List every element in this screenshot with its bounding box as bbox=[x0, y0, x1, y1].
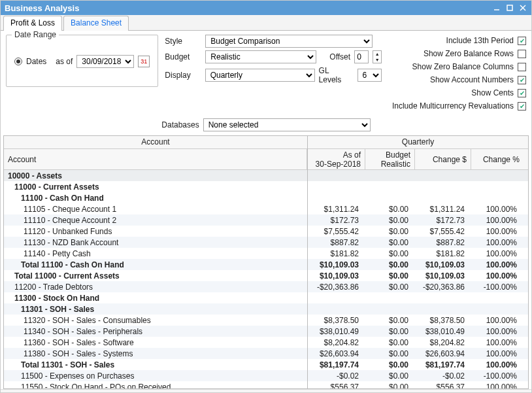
maximize-icon[interactable] bbox=[505, 3, 514, 12]
table-row[interactable]: $172.73$0.00$172.73100.00% bbox=[308, 214, 528, 226]
table-row[interactable]: 11380 - SOH - Sales - Systems bbox=[4, 348, 307, 359]
table-row[interactable]: $556.37$0.00$556.37100.00% bbox=[308, 381, 528, 389]
table-row[interactable]: -$0.02$0.00-$0.02-100.00% bbox=[308, 370, 528, 381]
table-row[interactable]: 11120 - Unbanked Funds bbox=[4, 226, 307, 237]
close-icon[interactable] bbox=[518, 3, 527, 12]
value-cell: $10,109.03 bbox=[415, 271, 471, 281]
minimize-icon[interactable] bbox=[492, 3, 501, 12]
table-row[interactable]: $887.82$0.00$887.82100.00% bbox=[308, 237, 528, 248]
offset-input[interactable] bbox=[354, 50, 369, 63]
col-header-account[interactable]: Account bbox=[4, 149, 307, 169]
databases-select[interactable]: None selected bbox=[203, 118, 371, 131]
col-header-asof[interactable]: As of30-Sep-2018 bbox=[308, 149, 365, 169]
value-cell: $10,109.03 bbox=[308, 271, 365, 281]
opt-13th-check[interactable]: ✔ bbox=[518, 37, 526, 45]
table-row[interactable]: $38,010.49$0.00$38,010.49100.00% bbox=[308, 326, 528, 337]
table-row[interactable]: 11200 - Trade Debtors bbox=[4, 281, 307, 292]
account-cell: 11300 - Stock On Hand bbox=[4, 294, 307, 303]
opt-zero-cols-check[interactable] bbox=[518, 63, 526, 71]
account-cell: 11200 - Trade Debtors bbox=[4, 282, 307, 292]
date-select[interactable]: 30/09/2018 bbox=[76, 55, 134, 68]
value-cell: $0.00 bbox=[365, 227, 415, 236]
calendar-icon[interactable]: 31 bbox=[138, 56, 150, 67]
table-row[interactable]: Total 11301 - SOH - Sales bbox=[4, 359, 307, 370]
gl-levels-label: GL Levels bbox=[319, 66, 354, 84]
display-select[interactable]: Quarterly bbox=[205, 69, 315, 82]
table-row[interactable]: $10,109.03$0.00$10,109.03100.00% bbox=[308, 270, 528, 281]
table-row[interactable]: 11320 - SOH - Sales - Consumables bbox=[4, 315, 307, 326]
table-row[interactable]: -$20,363.86$0.00-$20,363.86-100.00% bbox=[308, 281, 528, 292]
table-row[interactable]: 11140 - Petty Cash bbox=[4, 248, 307, 259]
value-cell: $0.00 bbox=[365, 360, 415, 369]
account-cell: 11500 - Expenses on Purchases bbox=[4, 371, 307, 381]
table-row[interactable] bbox=[308, 181, 528, 192]
group-header-quarterly: Quarterly bbox=[308, 136, 528, 149]
date-range-fieldset: Date Range Dates as of 30/09/2018 31 bbox=[6, 35, 158, 87]
value-cell: $172.73 bbox=[308, 216, 365, 225]
value-cell: $81,197.74 bbox=[415, 360, 471, 369]
value-cell: $887.82 bbox=[308, 238, 365, 247]
table-row[interactable]: 11130 - NZD Bank Account bbox=[4, 237, 307, 248]
table-row[interactable]: 11300 - Stock On Hand bbox=[4, 292, 307, 303]
table-row[interactable] bbox=[308, 303, 528, 315]
table-row[interactable]: $181.82$0.00$181.82100.00% bbox=[308, 248, 528, 259]
table-row[interactable]: 11105 - Cheque Account 1 bbox=[4, 203, 307, 214]
col-header-change-dollar[interactable]: Change $ bbox=[415, 149, 471, 169]
offset-spinner[interactable]: ▲▼ bbox=[373, 50, 382, 63]
account-cell: 11130 - NZD Bank Account bbox=[4, 238, 307, 247]
dates-radio[interactable] bbox=[14, 58, 22, 65]
table-row[interactable]: 11000 - Current Assets bbox=[4, 181, 307, 192]
tab-profit-loss[interactable]: Profit & Loss bbox=[3, 16, 62, 31]
table-row[interactable]: 11500 - Expenses on Purchases bbox=[4, 370, 307, 381]
table-row[interactable]: $10,109.03$0.00$10,109.03100.00% bbox=[308, 259, 528, 270]
value-cell: $172.73 bbox=[415, 216, 471, 225]
style-select[interactable]: Budget Comparison bbox=[205, 35, 373, 48]
table-row[interactable]: 11360 - SOH - Sales - Software bbox=[4, 337, 307, 348]
table-row[interactable]: Total 11100 - Cash On Hand bbox=[4, 259, 307, 270]
account-cell: 11140 - Petty Cash bbox=[4, 249, 307, 258]
account-cell: 11120 - Unbanked Funds bbox=[4, 227, 307, 236]
opt-cents-label: Show Cents bbox=[471, 88, 514, 97]
results-grid: Account Account 10000 - Assets11000 - Cu… bbox=[3, 135, 529, 389]
table-row[interactable] bbox=[308, 192, 528, 203]
value-cell: $0.00 bbox=[365, 383, 415, 390]
value-cell: $0.00 bbox=[365, 249, 415, 258]
opt-zero-rows-check[interactable] bbox=[518, 50, 526, 58]
group-header-account: Account bbox=[4, 136, 307, 149]
table-row[interactable]: $81,197.74$0.00$81,197.74100.00% bbox=[308, 359, 528, 370]
opt-multicurrency-label: Include Multicurrency Revaluations bbox=[392, 101, 514, 111]
table-row[interactable]: 11301 - SOH - Sales bbox=[4, 303, 307, 315]
window-title: Business Analysis bbox=[5, 3, 79, 13]
value-cell: $38,010.49 bbox=[415, 327, 471, 336]
table-row[interactable] bbox=[308, 170, 528, 181]
table-row[interactable]: $7,555.42$0.00$7,555.42100.00% bbox=[308, 226, 528, 237]
opt-acct-nums-check[interactable]: ✔ bbox=[518, 76, 526, 84]
table-row[interactable] bbox=[308, 292, 528, 303]
gl-levels-select[interactable]: 6 bbox=[357, 69, 382, 82]
account-cell: 10000 - Assets bbox=[4, 171, 307, 180]
value-cell: $38,010.49 bbox=[308, 327, 365, 336]
tab-balance-sheet[interactable]: Balance Sheet bbox=[63, 16, 129, 31]
table-row[interactable]: 11100 - Cash On Hand bbox=[4, 192, 307, 203]
table-row[interactable]: Total 11000 - Current Assets bbox=[4, 270, 307, 281]
value-cell: 100.00% bbox=[471, 338, 524, 347]
table-row[interactable]: 11110 - Cheque Account 2 bbox=[4, 214, 307, 226]
table-row[interactable]: 11340 - SOH - Sales - Peripherals bbox=[4, 326, 307, 337]
account-cell: 11380 - SOH - Sales - Systems bbox=[4, 349, 307, 358]
value-cell: -$0.02 bbox=[308, 371, 365, 381]
table-row[interactable]: $1,311.24$0.00$1,311.24100.00% bbox=[308, 203, 528, 214]
opt-multicurrency-check[interactable]: ✔ bbox=[518, 102, 526, 111]
table-row[interactable]: $8,204.82$0.00$8,204.82100.00% bbox=[308, 337, 528, 348]
col-header-change-pct[interactable]: Change % bbox=[471, 149, 524, 169]
table-row[interactable]: $8,378.50$0.00$8,378.50100.00% bbox=[308, 315, 528, 326]
table-row[interactable]: 10000 - Assets bbox=[4, 170, 307, 181]
display-label: Display bbox=[165, 71, 201, 80]
col-header-budget[interactable]: BudgetRealistic bbox=[365, 149, 415, 169]
budget-select[interactable]: Realistic bbox=[205, 50, 316, 63]
account-cell: 11105 - Cheque Account 1 bbox=[4, 205, 307, 214]
table-row[interactable]: 11550 - Stock On Hand - POs on Received bbox=[4, 381, 307, 388]
value-cell: -$20,363.86 bbox=[415, 282, 471, 292]
table-row[interactable]: $26,603.94$0.00$26,603.94100.00% bbox=[308, 348, 528, 359]
opt-cents-check[interactable]: ✔ bbox=[518, 89, 526, 97]
value-cell: -$20,363.86 bbox=[308, 282, 365, 292]
